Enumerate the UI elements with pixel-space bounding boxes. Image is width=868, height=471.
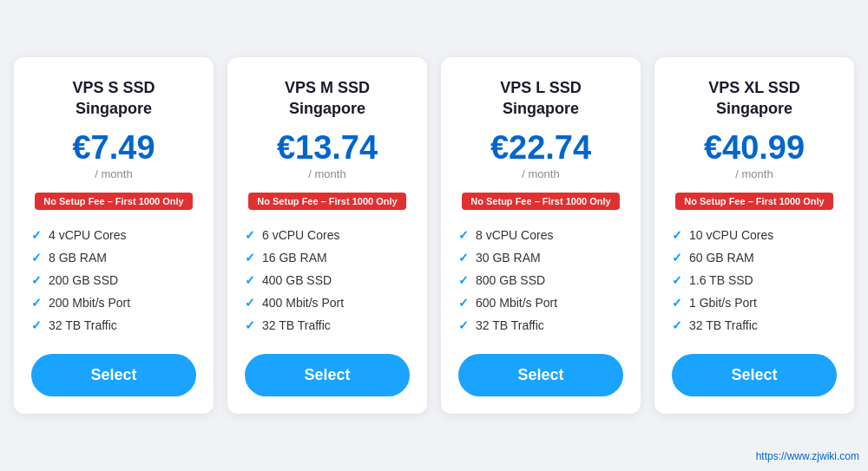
checkmark-icon: ✓ [458, 228, 469, 242]
checkmark-icon: ✓ [458, 318, 469, 332]
list-item: ✓200 GB SSD [31, 269, 196, 291]
promo-badge-vps-l-ssd: No Setup Fee – First 1000 Only [462, 193, 619, 210]
features-list-vps-xl-ssd: ✓10 vCPU Cores✓60 GB RAM✓1.6 TB SSD✓1 Gb… [672, 224, 837, 337]
feature-text: 6 vCPU Cores [262, 228, 339, 242]
checkmark-icon: ✓ [245, 228, 255, 242]
feature-text: 32 TB Traffic [476, 318, 544, 332]
select-button-vps-s-ssd[interactable]: Select [31, 354, 196, 396]
feature-text: 8 GB RAM [49, 251, 107, 265]
feature-text: 4 vCPU Cores [49, 228, 126, 242]
features-list-vps-s-ssd: ✓4 vCPU Cores✓8 GB RAM✓200 GB SSD✓200 Mb… [31, 224, 196, 337]
pricing-card-vps-xl-ssd: VPS XL SSDSingapore€40.99/ monthNo Setup… [654, 57, 854, 414]
select-button-vps-m-ssd[interactable]: Select [245, 354, 410, 396]
checkmark-icon: ✓ [245, 318, 255, 332]
checkmark-icon: ✓ [245, 251, 255, 265]
promo-badge-vps-m-ssd: No Setup Fee – First 1000 Only [248, 193, 405, 210]
list-item: ✓32 TB Traffic [672, 314, 837, 337]
features-list-vps-m-ssd: ✓6 vCPU Cores✓16 GB RAM✓400 GB SSD✓400 M… [245, 224, 410, 337]
plan-price-vps-xl-ssd: €40.99 [704, 131, 805, 164]
plan-period-vps-s-ssd: / month [95, 167, 132, 180]
list-item: ✓600 Mbit/s Port [458, 291, 623, 314]
list-item: ✓8 vCPU Cores [458, 224, 623, 246]
plan-name-vps-l-ssd: VPS L SSDSingapore [500, 78, 582, 119]
feature-text: 32 TB Traffic [49, 318, 117, 332]
plan-name-vps-m-ssd: VPS M SSDSingapore [285, 78, 370, 119]
list-item: ✓4 vCPU Cores [31, 224, 196, 246]
feature-text: 400 GB SSD [262, 273, 332, 287]
checkmark-icon: ✓ [31, 318, 42, 332]
list-item: ✓200 Mbit/s Port [31, 291, 196, 314]
promo-badge-vps-xl-ssd: No Setup Fee – First 1000 Only [675, 193, 832, 210]
list-item: ✓32 TB Traffic [245, 314, 410, 337]
checkmark-icon: ✓ [458, 273, 469, 287]
pricing-grid: VPS S SSDSingapore€7.49/ monthNo Setup F… [14, 57, 854, 414]
list-item: ✓400 Mbit/s Port [245, 291, 410, 314]
list-item: ✓30 GB RAM [458, 246, 623, 269]
checkmark-icon: ✓ [672, 296, 682, 310]
plan-period-vps-l-ssd: / month [522, 167, 559, 180]
checkmark-icon: ✓ [31, 273, 42, 287]
promo-badge-vps-s-ssd: No Setup Fee – First 1000 Only [35, 193, 192, 210]
list-item: ✓16 GB RAM [245, 246, 410, 269]
feature-text: 600 Mbit/s Port [476, 296, 557, 310]
checkmark-icon: ✓ [31, 228, 42, 242]
list-item: ✓60 GB RAM [672, 246, 837, 269]
feature-text: 32 TB Traffic [689, 318, 758, 332]
checkmark-icon: ✓ [31, 251, 42, 265]
checkmark-icon: ✓ [31, 296, 42, 310]
checkmark-icon: ✓ [672, 273, 682, 287]
feature-text: 8 vCPU Cores [476, 228, 553, 242]
checkmark-icon: ✓ [245, 273, 255, 287]
plan-period-vps-m-ssd: / month [308, 167, 345, 180]
list-item: ✓32 TB Traffic [458, 314, 623, 337]
feature-text: 400 Mbit/s Port [262, 296, 344, 310]
feature-text: 200 Mbit/s Port [49, 296, 130, 310]
list-item: ✓10 vCPU Cores [672, 224, 837, 246]
watermark: https://www.zjwiki.com [756, 450, 859, 462]
feature-text: 32 TB Traffic [262, 318, 331, 332]
list-item: ✓400 GB SSD [245, 269, 410, 291]
pricing-card-vps-m-ssd: VPS M SSDSingapore€13.74/ monthNo Setup … [227, 57, 427, 414]
list-item: ✓6 vCPU Cores [245, 224, 410, 246]
plan-price-vps-m-ssd: €13.74 [277, 131, 378, 164]
plan-price-vps-s-ssd: €7.49 [72, 131, 155, 164]
feature-text: 16 GB RAM [262, 251, 327, 265]
list-item: ✓1 Gbit/s Port [672, 291, 837, 314]
list-item: ✓32 TB Traffic [31, 314, 196, 337]
feature-text: 30 GB RAM [476, 251, 541, 265]
list-item: ✓1.6 TB SSD [672, 269, 837, 291]
plan-price-vps-l-ssd: €22.74 [490, 131, 591, 164]
plan-name-vps-xl-ssd: VPS XL SSDSingapore [708, 78, 800, 119]
checkmark-icon: ✓ [672, 318, 682, 332]
feature-text: 1 Gbit/s Port [689, 296, 757, 310]
checkmark-icon: ✓ [672, 251, 682, 265]
plan-period-vps-xl-ssd: / month [735, 167, 773, 180]
feature-text: 1.6 TB SSD [689, 273, 753, 287]
select-button-vps-xl-ssd[interactable]: Select [672, 354, 837, 396]
checkmark-icon: ✓ [245, 296, 255, 310]
pricing-card-vps-l-ssd: VPS L SSDSingapore€22.74/ monthNo Setup … [441, 57, 641, 414]
plan-name-vps-s-ssd: VPS S SSDSingapore [72, 78, 155, 119]
select-button-vps-l-ssd[interactable]: Select [458, 354, 623, 396]
checkmark-icon: ✓ [458, 251, 469, 265]
feature-text: 60 GB RAM [689, 251, 754, 265]
features-list-vps-l-ssd: ✓8 vCPU Cores✓30 GB RAM✓800 GB SSD✓600 M… [458, 224, 623, 337]
list-item: ✓8 GB RAM [31, 246, 196, 269]
feature-text: 10 vCPU Cores [689, 228, 773, 242]
pricing-card-vps-s-ssd: VPS S SSDSingapore€7.49/ monthNo Setup F… [14, 57, 214, 414]
checkmark-icon: ✓ [458, 296, 469, 310]
feature-text: 200 GB SSD [49, 273, 118, 287]
feature-text: 800 GB SSD [476, 273, 545, 287]
list-item: ✓800 GB SSD [458, 269, 623, 291]
checkmark-icon: ✓ [672, 228, 682, 242]
